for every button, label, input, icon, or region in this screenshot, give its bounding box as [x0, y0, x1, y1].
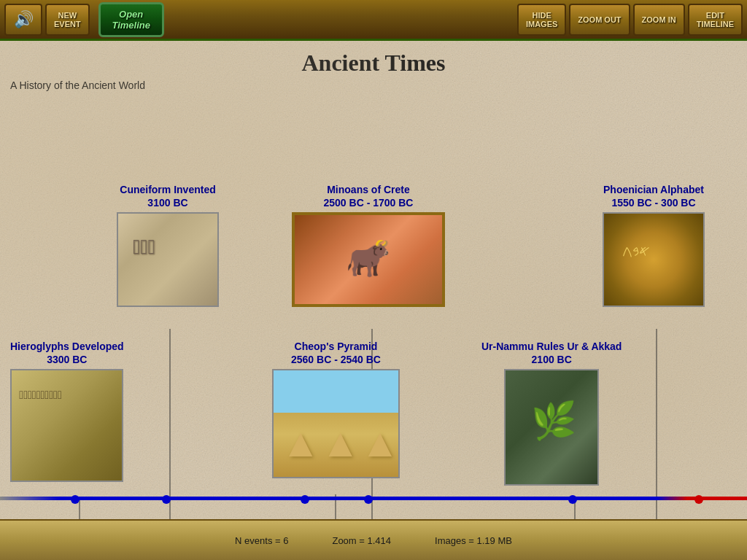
- page-title: Ancient Times: [0, 41, 747, 77]
- urnammu-label: Ur-Nammu Rules Ur & Akkad 2100 BC: [481, 340, 622, 366]
- status-images: Images = 1.19 MB: [435, 535, 512, 546]
- pyramid-image: [272, 369, 400, 478]
- timeline-dot-hieroglyphs: [71, 495, 80, 504]
- hieroglyphs-image: [10, 369, 123, 482]
- status-zoom: Zoom = 1.414: [332, 535, 391, 546]
- event-hieroglyphs[interactable]: Hieroglyphs Developed 3300 BC: [10, 340, 124, 482]
- phoenician-image: [603, 212, 705, 307]
- edit-timeline-label: EDIT TIMELINE: [697, 11, 734, 28]
- hieroglyphs-date: 3300 BC: [47, 354, 87, 365]
- edit-timeline-button[interactable]: EDIT TIMELINE: [688, 4, 743, 36]
- hide-images-label: HIDE IMAGES: [526, 11, 557, 28]
- cuneiform-title: Cuneiform Invented: [120, 184, 215, 195]
- urnammu-title: Ur-Nammu Rules Ur & Akkad: [481, 341, 622, 352]
- zoom-out-button[interactable]: ZOOM OUT: [569, 4, 630, 36]
- hieroglyphs-title: Hieroglyphs Developed: [10, 341, 124, 352]
- speaker-icon: 🔊: [14, 10, 34, 29]
- phoenician-date: 1550 BC - 300 BC: [611, 197, 695, 209]
- event-cuneiform[interactable]: Cuneiform Invented 3100 BC: [117, 183, 219, 307]
- pyramid-date: 2560 BC - 2540 BC: [291, 354, 381, 365]
- minoans-label: Minoans of Crete 2500 BC - 1700 BC: [324, 183, 414, 209]
- timeline-dot-urnammu: [568, 495, 577, 504]
- event-urnammu[interactable]: Ur-Nammu Rules Ur & Akkad 2100 BC: [481, 340, 622, 486]
- minoans-image: [292, 212, 445, 307]
- open-timeline-label-line1: Open: [119, 9, 143, 20]
- status-n-events: N events = 6: [235, 535, 288, 546]
- hieroglyphs-label: Hieroglyphs Developed 3300 BC: [10, 340, 124, 366]
- minoans-title: Minoans of Crete: [327, 184, 410, 195]
- event-minoans[interactable]: Minoans of Crete 2500 BC - 1700 BC: [292, 183, 445, 307]
- cuneiform-label: Cuneiform Invented 3100 BC: [120, 183, 215, 209]
- new-event-button[interactable]: NEW EVENT: [45, 4, 90, 36]
- timeline-dot-phoenician: [694, 495, 703, 504]
- timeline-dot-pyramid: [301, 495, 309, 504]
- timeline-dot-minoans: [364, 495, 373, 504]
- urnammu-date: 2100 BC: [532, 354, 572, 365]
- phoenician-label: Phoenician Alphabet 1550 BC - 300 BC: [603, 183, 704, 209]
- new-event-label: NEW EVENT: [54, 11, 81, 28]
- minoans-date: 2500 BC - 1700 BC: [324, 197, 414, 209]
- pyramid-title: Cheop's Pyramid: [295, 341, 378, 352]
- main-area: Ancient Times A History of the Ancient W…: [0, 41, 747, 519]
- zoom-in-button[interactable]: ZOOM IN: [633, 4, 685, 36]
- event-phoenician[interactable]: Phoenician Alphabet 1550 BC - 300 BC: [603, 183, 705, 307]
- open-timeline-label-line2: Timeline: [112, 20, 150, 31]
- timeline-dot-cuneiform: [162, 495, 171, 504]
- event-pyramid[interactable]: Cheop's Pyramid 2560 BC - 2540 BC: [272, 340, 400, 478]
- speaker-button[interactable]: 🔊: [4, 4, 42, 36]
- open-timeline-button[interactable]: Open Timeline: [98, 2, 164, 37]
- status-bar: N events = 6 Zoom = 1.414 Images = 1.19 …: [0, 519, 747, 560]
- phoenician-title: Phoenician Alphabet: [603, 184, 704, 195]
- zoom-out-label: ZOOM OUT: [578, 15, 621, 24]
- cuneiform-date: 3100 BC: [147, 197, 187, 209]
- hide-images-button[interactable]: HIDE IMAGES: [517, 4, 566, 36]
- timeline-track: [0, 497, 747, 500]
- pyramid-label: Cheop's Pyramid 2560 BC - 2540 BC: [291, 340, 381, 366]
- page-subtitle: A History of the Ancient World: [0, 77, 747, 94]
- cuneiform-image: [117, 212, 219, 307]
- urnammu-image: [504, 369, 599, 486]
- zoom-in-label: ZOOM IN: [642, 15, 676, 24]
- toolbar: 🔊 NEW EVENT Open Timeline HIDE IMAGES ZO…: [0, 0, 747, 41]
